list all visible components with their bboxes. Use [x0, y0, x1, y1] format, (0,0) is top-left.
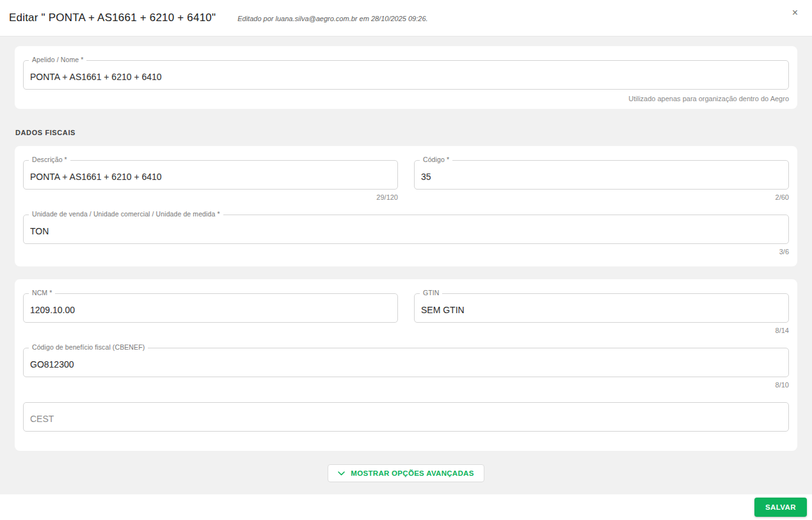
ncm-field-group: NCM *	[23, 293, 398, 335]
cbenef-field-group: Código de benefício fiscal (CBENEF) 8/10	[23, 348, 789, 389]
advanced-options-row: MOSTRAR OPÇÕES AVANÇADAS	[15, 464, 797, 482]
cest-field-group	[23, 402, 789, 432]
cbenef-input[interactable]	[23, 348, 789, 377]
section-dados-fiscais: DADOS FISCAIS	[15, 129, 797, 136]
descricao-label: Descrição *	[29, 156, 70, 163]
show-advanced-options-button[interactable]: MOSTRAR OPÇÕES AVANÇADAS	[328, 464, 484, 482]
descricao-counter: 29/120	[23, 193, 398, 202]
gtin-label: GTIN	[420, 289, 442, 297]
chevron-down-icon	[338, 471, 345, 476]
cest-input[interactable]	[23, 402, 789, 432]
unidade-field-group: Unidade de venda / Unidade comercial / U…	[23, 215, 789, 256]
card-apelido-nome: Apelido / Nome * Utilizado apenas para o…	[15, 46, 797, 109]
codigo-counter: 2/60	[414, 193, 789, 202]
page-title: Editar " PONTA + AS1661 + 6210 + 6410"	[9, 12, 216, 24]
cbenef-counter: 8/10	[23, 381, 789, 389]
unidade-counter: 3/6	[23, 248, 789, 256]
descricao-field-group: Descrição * 29/120	[23, 160, 398, 202]
cbenef-label: Código de benefício fiscal (CBENEF)	[29, 343, 148, 351]
card-dados-fiscais-1: Descrição * 29/120 Código * 2/60 Unidade…	[15, 146, 797, 266]
apelido-nome-input[interactable]	[23, 60, 789, 90]
codigo-label: Código *	[420, 156, 452, 163]
ncm-input[interactable]	[23, 293, 398, 323]
dialog-header: Editar " PONTA + AS1661 + 6210 + 6410" E…	[0, 0, 812, 37]
unidade-label: Unidade de venda / Unidade comercial / U…	[29, 210, 223, 218]
gtin-input[interactable]	[414, 293, 789, 323]
apelido-nome-label: Apelido / Nome *	[29, 56, 86, 63]
form-body: Apelido / Nome * Utilizado apenas para o…	[0, 37, 812, 494]
gtin-counter: 8/14	[414, 327, 789, 335]
save-button[interactable]: SALVAR	[754, 498, 807, 517]
codigo-input[interactable]	[414, 160, 789, 190]
unidade-input[interactable]	[23, 215, 789, 244]
ncm-label: NCM *	[29, 289, 55, 297]
card-dados-fiscais-2: NCM * GTIN 8/14 Código de benefício fisc…	[15, 279, 797, 451]
dialog-footer: SALVAR	[0, 494, 812, 520]
close-icon[interactable]: ×	[788, 5, 802, 20]
descricao-input[interactable]	[23, 160, 398, 190]
codigo-field-group: Código * 2/60	[414, 160, 789, 202]
show-advanced-options-label: MOSTRAR OPÇÕES AVANÇADAS	[351, 469, 474, 477]
gtin-field-group: GTIN 8/14	[414, 293, 789, 335]
ncm-counter-spacer	[23, 327, 398, 335]
edited-by-note: Editado por luana.silva@aegro.com.br em …	[237, 13, 427, 22]
apelido-helper-text: Utilizado apenas para organização dentro…	[23, 95, 789, 102]
